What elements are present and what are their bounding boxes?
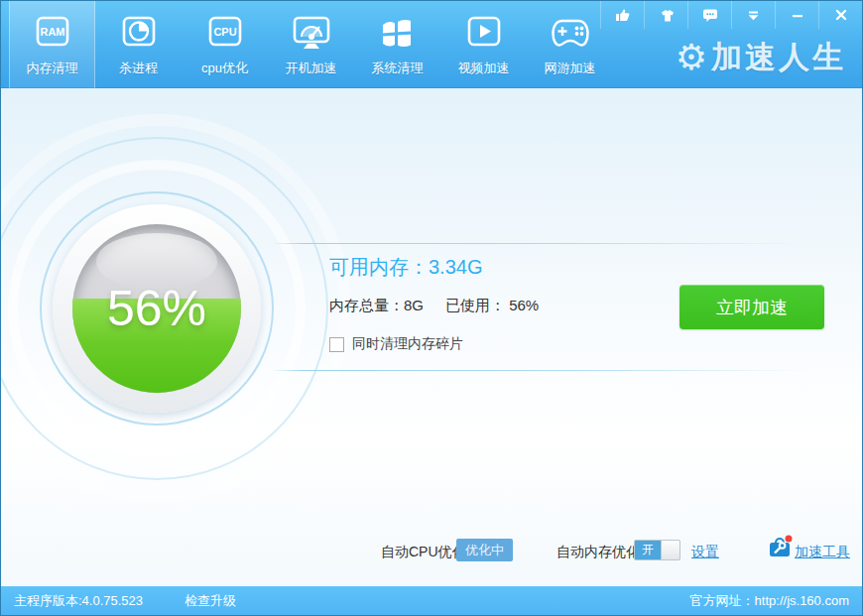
menu-arrow-icon[interactable] bbox=[731, 1, 775, 29]
official-website-text[interactable]: 官方网址：http://js.160.com bbox=[690, 592, 849, 610]
gear-icon: ⚙ bbox=[676, 40, 707, 75]
available-memory-text: 可用内存：3.34G bbox=[329, 254, 482, 281]
tab-system-clean[interactable]: 系统清理 bbox=[354, 1, 440, 88]
skin-icon[interactable] bbox=[644, 1, 687, 29]
app-logo: ⚙ 加速人生 bbox=[676, 37, 846, 78]
memory-usage-gauge: 56% bbox=[40, 191, 274, 426]
cpu-optimizing-badge[interactable]: 优化中 bbox=[456, 539, 513, 561]
tab-label: 开机加速 bbox=[286, 60, 337, 77]
defrag-checkbox[interactable] bbox=[329, 337, 344, 352]
tab-kill-process[interactable]: 杀进程 bbox=[95, 1, 182, 88]
tab-label: 杀进程 bbox=[119, 60, 158, 77]
toolbar: RAM 内存清理 杀进程 CPU cpu优化 bbox=[1, 1, 862, 88]
check-update-link[interactable]: 检查升级 bbox=[185, 592, 236, 610]
total-memory-text: 内存总量：8G bbox=[329, 297, 424, 313]
app-logo-text: 加速人生 bbox=[711, 37, 846, 78]
tab-label: 系统清理 bbox=[372, 60, 424, 77]
window-controls bbox=[600, 1, 862, 29]
close-icon[interactable] bbox=[818, 1, 862, 29]
tab-label: 网游加速 bbox=[545, 60, 596, 77]
defrag-checkbox-label: 同时清理内存碎片 bbox=[352, 335, 463, 353]
thumbs-up-icon[interactable] bbox=[600, 1, 644, 29]
svg-text:RAM: RAM bbox=[40, 26, 64, 38]
speedup-tools-link[interactable]: 加速工具 bbox=[795, 544, 850, 561]
speedometer-icon bbox=[290, 14, 333, 54]
tab-memory-clean[interactable]: RAM 内存清理 bbox=[9, 1, 95, 88]
minimize-icon[interactable] bbox=[775, 1, 818, 29]
tab-cpu-optimize[interactable]: CPU cpu优化 bbox=[182, 1, 268, 88]
windows-icon bbox=[376, 14, 420, 54]
divider-line bbox=[271, 370, 808, 371]
settings-link[interactable]: 设置 bbox=[691, 544, 719, 561]
main-panel: 56% 可用内存：3.34G 内存总量：8G已使用： 56% 同时清理内存碎片 … bbox=[1, 88, 862, 588]
auto-cpu-label: 自动CPU优化 bbox=[381, 544, 466, 561]
svg-text:CPU: CPU bbox=[213, 26, 236, 38]
ram-icon: RAM bbox=[31, 14, 74, 54]
tab-label: cpu优化 bbox=[201, 60, 248, 77]
auto-memory-toggle[interactable]: 开 bbox=[634, 540, 680, 560]
divider-line bbox=[271, 243, 808, 244]
feedback-icon[interactable] bbox=[687, 1, 731, 29]
version-text: 主程序版本:4.0.75.523 bbox=[14, 592, 143, 610]
tab-bar: RAM 内存清理 杀进程 CPU cpu优化 bbox=[9, 1, 613, 88]
tab-label: 视频加速 bbox=[458, 60, 510, 77]
pie-chart-icon bbox=[117, 14, 161, 54]
auto-memory-label: 自动内存优化 bbox=[556, 544, 640, 561]
status-bar: 主程序版本:4.0.75.523 检查升级 官方网址：http://js.160… bbox=[1, 586, 862, 615]
defrag-option-row: 同时清理内存碎片 bbox=[329, 335, 463, 353]
used-memory-text: 已使用： 56% bbox=[445, 297, 539, 313]
memory-usage-percent: 56% bbox=[72, 224, 241, 393]
tab-boot-speedup[interactable]: 开机加速 bbox=[268, 1, 354, 88]
gauge-ball: 56% bbox=[72, 224, 241, 393]
video-play-icon bbox=[462, 14, 506, 54]
speed-up-now-button[interactable]: 立即加速 bbox=[679, 285, 824, 329]
toggle-on-label: 开 bbox=[635, 541, 661, 559]
tab-label: 内存清理 bbox=[27, 60, 78, 77]
app-window: RAM 内存清理 杀进程 CPU cpu优化 bbox=[0, 0, 863, 616]
cpu-icon: CPU bbox=[203, 14, 247, 54]
tab-video-speedup[interactable]: 视频加速 bbox=[440, 1, 527, 88]
notification-red-dot bbox=[786, 536, 793, 543]
memory-totals-text: 内存总量：8G已使用： 56% bbox=[329, 297, 560, 315]
toggle-knob bbox=[661, 541, 679, 559]
gamepad-icon bbox=[549, 14, 592, 54]
toolbox-wrench-icon[interactable] bbox=[767, 535, 793, 560]
